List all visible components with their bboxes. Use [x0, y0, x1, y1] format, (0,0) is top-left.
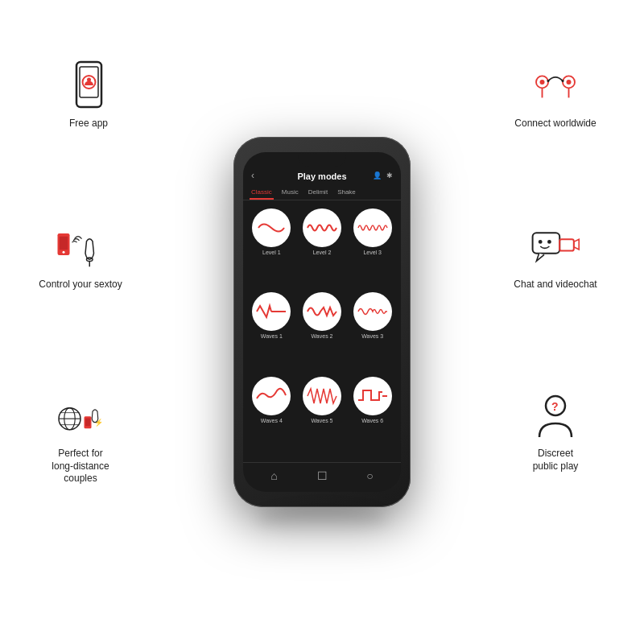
- feature-discreet: ? Discreet public play: [507, 394, 604, 473]
- person-icon: 👤: [373, 171, 382, 180]
- mode-circle-level1: [252, 208, 291, 247]
- mode-label-waves4: Waves 4: [261, 418, 283, 423]
- mode-circle-level2: [303, 208, 341, 247]
- connect-label: Connect worldwide: [514, 118, 596, 130]
- header-icons: 👤 ✱: [373, 171, 393, 180]
- mode-level2[interactable]: Level 2: [300, 208, 345, 286]
- mode-circle-waves3: [353, 292, 392, 331]
- svg-point-24: [539, 240, 543, 244]
- mode-waves1[interactable]: Waves 1: [250, 292, 294, 369]
- svg-point-20: [567, 79, 572, 84]
- bluetooth-icon: ✱: [386, 171, 393, 180]
- connect-icon: [531, 64, 580, 113]
- mode-waves5[interactable]: Waves 5: [300, 377, 345, 454]
- phone-reflection: [258, 507, 386, 531]
- svg-rect-15: [85, 418, 90, 426]
- tab-classic[interactable]: Classic: [250, 186, 274, 200]
- mode-circle-waves2: [303, 292, 341, 331]
- tab-shake[interactable]: Shake: [336, 186, 357, 200]
- phone-notch: [298, 152, 346, 167]
- feature-couples: ⚡ Perfect for long-distance couples: [32, 394, 129, 485]
- feature-control: Control your sextoy: [32, 225, 129, 291]
- discreet-icon: ?: [531, 394, 580, 443]
- svg-rect-26: [559, 239, 574, 250]
- feature-connect: Connect worldwide: [507, 64, 604, 130]
- mode-grid: Level 1 Level 2: [243, 200, 401, 462]
- mode-label-waves2: Waves 2: [312, 333, 333, 339]
- nav-chat[interactable]: ☐: [317, 469, 328, 482]
- mode-waves2[interactable]: Waves 2: [300, 292, 345, 369]
- mode-label-level1: Level 1: [262, 250, 281, 255]
- mode-waves3[interactable]: Waves 3: [350, 292, 394, 369]
- mode-level1[interactable]: Level 1: [250, 208, 294, 286]
- mode-circle-waves4: [252, 377, 291, 415]
- svg-rect-23: [533, 233, 560, 254]
- svg-text:?: ?: [551, 400, 559, 413]
- svg-point-18: [540, 79, 545, 84]
- feature-free-app: Free app: [40, 64, 137, 130]
- control-label: Control your sextoy: [39, 279, 122, 291]
- svg-point-25: [547, 240, 551, 244]
- svg-point-6: [63, 250, 65, 253]
- mode-circle-level3: [353, 208, 392, 247]
- couples-icon: ⚡: [56, 394, 105, 443]
- mode-label-waves6: Waves 6: [361, 418, 383, 423]
- mode-waves4[interactable]: Waves 4: [250, 377, 294, 454]
- back-button[interactable]: ‹: [251, 170, 254, 181]
- free-app-icon: [64, 64, 113, 113]
- mode-label-level2: Level 2: [313, 250, 332, 255]
- discreet-label: Discreet public play: [533, 448, 579, 473]
- control-icon: [56, 225, 105, 274]
- feature-chat: Chat and videochat: [507, 225, 604, 291]
- tab-music[interactable]: Music: [280, 186, 300, 200]
- nav-profile[interactable]: ○: [366, 469, 373, 482]
- phone: ‹ Play modes 👤 ✱ Classic Music Delimit S…: [233, 137, 411, 507]
- chat-label: Chat and videochat: [514, 279, 597, 291]
- svg-point-22: [562, 79, 564, 81]
- screen-title: Play modes: [297, 171, 346, 181]
- svg-rect-5: [60, 236, 68, 250]
- mode-label-level3: Level 3: [363, 250, 382, 255]
- mode-circle-waves5: [303, 377, 341, 415]
- phone-screen: ‹ Play modes 👤 ✱ Classic Music Delimit S…: [243, 152, 401, 492]
- mode-label-waves5: Waves 5: [312, 418, 333, 423]
- free-app-label: Free app: [69, 118, 108, 130]
- mode-circle-waves6: [353, 377, 392, 415]
- bottom-nav: ⌂ ☐ ○: [243, 462, 401, 492]
- screen-content: ‹ Play modes 👤 ✱ Classic Music Delimit S…: [243, 152, 401, 492]
- mode-label-waves3: Waves 3: [361, 333, 383, 339]
- mode-circle-waves1: [252, 292, 291, 331]
- couples-label: Perfect for long-distance couples: [52, 448, 109, 485]
- mode-label-waves1: Waves 1: [261, 333, 283, 339]
- tab-delimit[interactable]: Delimit: [307, 186, 329, 200]
- mode-waves6[interactable]: Waves 6: [350, 377, 394, 454]
- svg-point-21: [547, 79, 550, 81]
- chat-icon: [531, 225, 580, 274]
- tabs-bar: Classic Music Delimit Shake: [243, 184, 401, 200]
- phone-body: ‹ Play modes 👤 ✱ Classic Music Delimit S…: [233, 137, 411, 507]
- nav-home[interactable]: ⌂: [270, 469, 277, 482]
- mode-level3[interactable]: Level 3: [350, 208, 394, 286]
